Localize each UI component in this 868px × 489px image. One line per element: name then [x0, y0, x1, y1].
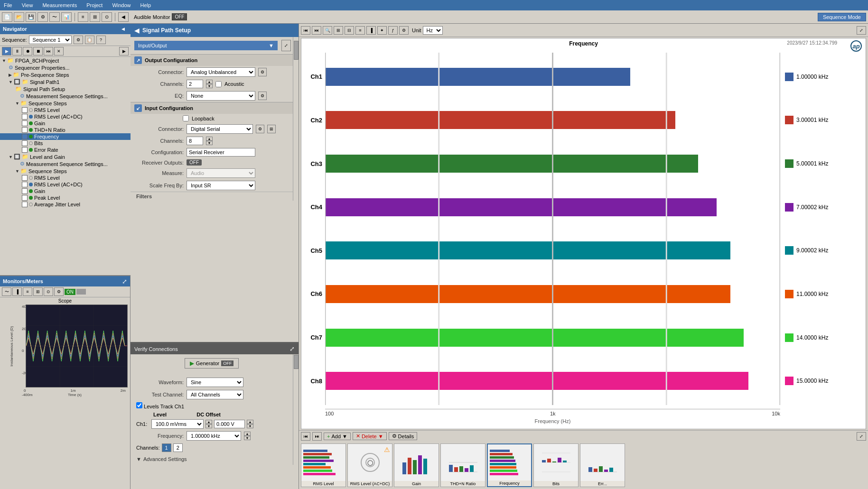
test-channel-select[interactable]: All Channels — [187, 390, 243, 399]
connector-select-in[interactable]: Digital Serial — [187, 124, 253, 134]
ch1-level-select[interactable]: 100.0 mVrms — [151, 419, 204, 429]
sequence-select[interactable]: Sequence 1 — [29, 36, 72, 44]
mon-clock[interactable]: ⊙ — [44, 287, 53, 296]
eq-select[interactable]: None — [187, 91, 255, 101]
tree-item-fpga[interactable]: ▼ 📁 FPGA_8CHProject — [0, 57, 131, 64]
freq-down[interactable]: ▼ — [244, 436, 251, 440]
connector-table-in[interactable]: ⊞ — [267, 125, 276, 133]
nav-pause[interactable]: ⏸ — [12, 47, 22, 55]
connector-settings-out[interactable]: ⚙ — [258, 68, 267, 76]
channels-down-out[interactable]: ▼ — [206, 84, 213, 88]
mon-wave[interactable]: 〜 — [2, 287, 11, 296]
settings-button[interactable]: ⚙ — [37, 12, 48, 22]
tree-item-bits1[interactable]: Bits — [0, 140, 131, 147]
menu-view[interactable]: View — [20, 1, 35, 9]
chart-fullscreen[interactable]: ⤢ — [857, 26, 866, 35]
monitors-on-status[interactable]: ON — [65, 289, 75, 295]
chart-table[interactable]: ≡ — [355, 26, 365, 35]
tree-item-rms1[interactable]: RMS Level — [0, 107, 131, 113]
tree-item-seq-steps2[interactable]: ▼ 📁 Sequence Steps — [0, 167, 131, 175]
seq-settings[interactable]: ⚙ — [74, 36, 83, 44]
tree-item-level-gain[interactable]: ▼ 🔲 📁 Level and Gain — [0, 153, 131, 160]
mon-list[interactable]: ≡ — [23, 287, 32, 296]
io-dropdown[interactable]: Input/Output ▼ — [134, 41, 278, 50]
sp-scrollbar[interactable] — [293, 37, 299, 201]
channels-input-in[interactable] — [187, 137, 203, 145]
config-input[interactable] — [187, 148, 255, 157]
bottom-nav-first[interactable]: ⏮ — [301, 432, 310, 441]
frequency-select[interactable]: 1.00000 kHz — [187, 431, 241, 441]
advanced-settings-btn[interactable]: ▼ Advanced Settings — [136, 456, 187, 462]
eq-settings[interactable]: ⚙ — [258, 92, 267, 100]
open-button[interactable]: 📂 — [14, 12, 24, 22]
bottom-nav-next[interactable]: ⏭ — [312, 432, 322, 441]
io-expand-btn[interactable]: ⤢ — [281, 40, 291, 51]
tree-item-mss2[interactable]: ⚙ Measurement Sequence Settings... — [0, 160, 131, 167]
tree-item-error-rate[interactable]: Error Rate — [0, 147, 131, 153]
freq-up[interactable]: ▲ — [244, 432, 251, 436]
channels-down-in[interactable]: ▼ — [206, 141, 213, 145]
chart-nav-next[interactable]: ⏭ — [312, 26, 321, 35]
tree-item-rms-ac2[interactable]: RMS Level (AC+DC) — [0, 181, 131, 188]
ch1-level-down[interactable]: ▼ — [205, 424, 212, 428]
tree-item-rms2[interactable]: RMS Level — [0, 175, 131, 181]
audible-monitor-status[interactable]: OFF — [172, 13, 187, 20]
receiver-off-badge[interactable]: OFF — [187, 159, 202, 166]
chart-function[interactable]: ƒ — [388, 26, 398, 35]
nav-close[interactable]: ✕ — [54, 47, 64, 55]
tree-item-peak-level[interactable]: Peak Level — [0, 194, 131, 201]
verify-expand[interactable]: ⤢ — [289, 345, 295, 352]
tree-item-rms-ac1[interactable]: RMS Level (AC+DC) — [0, 113, 131, 120]
menu-window[interactable]: Window — [110, 1, 132, 9]
ch1-dc-up[interactable]: ▲ — [247, 420, 253, 424]
play-button[interactable]: ◀ — [118, 12, 129, 22]
thumb-error[interactable]: Err... — [580, 443, 625, 487]
monitors-expand[interactable]: ⤢ — [122, 278, 127, 285]
levels-track-checkbox[interactable] — [136, 402, 142, 408]
unit-select[interactable]: Hz — [423, 26, 443, 35]
measure-select[interactable]: Audio — [187, 168, 255, 178]
sequence-mode-button[interactable]: Sequence Mode — [818, 13, 866, 21]
chart-zoom-in[interactable]: 🔍 — [323, 26, 332, 35]
nav-record[interactable]: ⏺ — [23, 47, 32, 55]
tree-item-pre-seq[interactable]: ▶ 📁 Pre-Sequence Steps — [0, 71, 131, 78]
nav-play[interactable]: ▶ — [2, 47, 11, 55]
ch1-dc-input[interactable] — [214, 420, 245, 428]
chart-bar[interactable]: ▐ — [366, 26, 376, 35]
generator-button[interactable]: ▶ Generator OFF — [185, 358, 239, 369]
tree-item-gain2[interactable]: Gain — [0, 188, 131, 194]
verify-scrollbar[interactable] — [293, 354, 299, 465]
acoustic-checkbox[interactable] — [215, 81, 222, 87]
thumb-frequency[interactable]: Frequency — [487, 443, 532, 487]
delete-button[interactable]: ✕ Delete ▼ — [353, 432, 387, 440]
thumb-rms-ac[interactable]: ⚠ ◯ RMS Level (AC+DC) — [347, 443, 392, 487]
mon-bar[interactable]: ▐ — [12, 287, 22, 296]
sp-scroll-thumb[interactable] — [294, 41, 299, 60]
chart-grid[interactable]: ⊟ — [345, 26, 354, 35]
chart-button[interactable]: 📊 — [61, 12, 72, 22]
thumb-rms-level[interactable]: RMS Level — [301, 443, 346, 487]
verify-scroll-thumb[interactable] — [294, 355, 299, 369]
nav-skip[interactable]: ⏭ — [44, 47, 53, 55]
channels-up-out[interactable]: ▲ — [206, 80, 213, 84]
chart-expand[interactable]: ⊞ — [334, 26, 343, 35]
tree-item-seq-steps1[interactable]: ▼ 📁 Sequence Steps — [0, 100, 131, 107]
save-button[interactable]: 💾 — [26, 12, 36, 22]
add-button[interactable]: + Add ▼ — [324, 433, 351, 440]
chart-settings[interactable]: ⚙ — [399, 26, 409, 35]
tree-item-mss1[interactable]: ⚙ Measurement Sequence Settings... — [0, 92, 131, 100]
nav-expand[interactable]: ▶ — [119, 47, 129, 55]
menu-help[interactable]: Help — [139, 1, 153, 9]
tree-item-seq-props[interactable]: ⚙ Sequencer Properties... — [0, 64, 131, 71]
signal-path-back[interactable]: ◀ — [134, 27, 140, 34]
navigator-collapse[interactable]: ◀ — [118, 25, 128, 33]
table-button[interactable]: ⊞ — [90, 12, 100, 22]
channels-input-out[interactable] — [187, 80, 203, 88]
list-button[interactable]: ≡ — [78, 12, 88, 22]
tree-item-avg-jitter[interactable]: Average Jitter Level — [0, 201, 131, 208]
tree-item-signal-path1[interactable]: ▼ 🔲 📁 Signal Path1 — [0, 78, 131, 85]
scale-select[interactable]: Input SR — [187, 181, 255, 190]
thumb-bits[interactable]: Bits — [533, 443, 579, 487]
tree-item-frequency1[interactable]: Frequency — [0, 133, 131, 140]
chart-scatter[interactable]: ✦ — [377, 26, 387, 35]
